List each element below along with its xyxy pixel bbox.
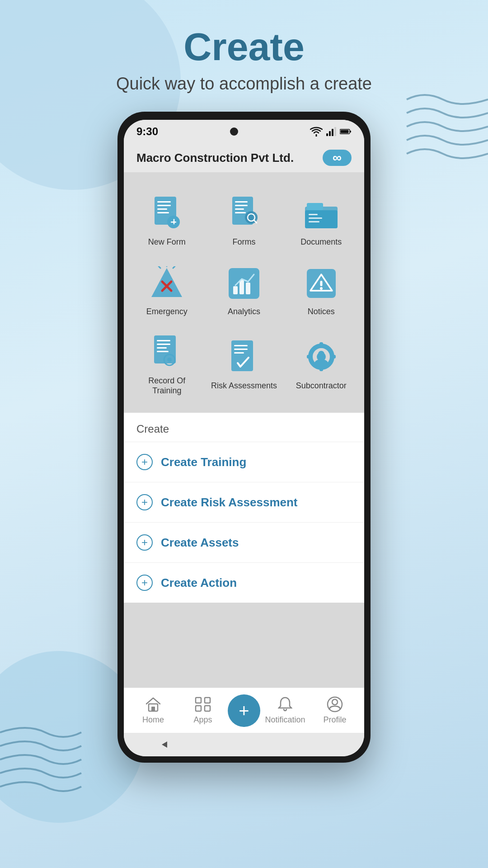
profile-icon [326, 696, 344, 712]
svg-rect-58 [319, 366, 323, 371]
plus-symbol: + [141, 457, 148, 467]
svg-rect-45 [157, 340, 170, 341]
nav-label-notification: Notification [265, 715, 305, 725]
svg-rect-59 [307, 355, 312, 359]
app-grid: New Form [124, 177, 364, 413]
grid-item-new-form[interactable]: New Form [128, 186, 206, 255]
svg-rect-54 [234, 352, 244, 354]
svg-rect-28 [309, 221, 319, 222]
svg-rect-11 [157, 212, 169, 213]
emergency-icon [149, 265, 185, 302]
svg-rect-44 [154, 335, 176, 363]
fab-plus-icon: + [239, 702, 249, 720]
svg-rect-27 [309, 217, 322, 219]
create-training-plus-icon: + [136, 454, 153, 470]
svg-rect-8 [157, 201, 171, 203]
plus-symbol-4: + [141, 577, 148, 588]
svg-rect-46 [157, 344, 170, 345]
svg-rect-2 [332, 129, 333, 136]
create-panel: Create + Create Training + Create Risk A… [124, 413, 364, 603]
create-risk-assessment-item[interactable]: + Create Risk Assessment [124, 482, 364, 523]
grid-item-risk-assessments[interactable]: Risk Assessments [206, 325, 283, 404]
svg-rect-52 [234, 345, 248, 346]
bg-lines-topright [389, 81, 488, 172]
create-action-item[interactable]: + Create Action [124, 563, 364, 603]
svg-line-34 [173, 266, 175, 268]
svg-marker-29 [151, 268, 182, 297]
svg-rect-42 [320, 281, 322, 286]
grid-item-forms[interactable]: Forms [206, 186, 283, 255]
create-risk-assessment-plus-icon: + [136, 494, 153, 510]
new-form-icon [149, 196, 185, 232]
svg-marker-70 [162, 741, 167, 748]
svg-rect-3 [334, 127, 336, 136]
android-back-button[interactable] [158, 738, 170, 751]
nav-item-profile[interactable]: Profile [310, 696, 360, 725]
notices-icon [303, 265, 339, 302]
grid-item-record-of-training[interactable]: Record Of Training [128, 325, 206, 404]
svg-point-43 [320, 287, 323, 290]
svg-rect-0 [326, 133, 328, 136]
svg-rect-24 [305, 210, 338, 228]
svg-rect-18 [235, 208, 244, 210]
grid-item-subcontractor[interactable]: Subcontractor [282, 325, 360, 404]
subcontractor-icon [303, 340, 339, 376]
svg-rect-6 [340, 130, 348, 133]
create-assets-item[interactable]: + Create Assets [124, 523, 364, 563]
svg-rect-38 [239, 280, 244, 294]
svg-rect-39 [246, 283, 250, 294]
infinity-logo-button[interactable]: ∞ [323, 150, 352, 166]
status-bar: 9:30 [124, 120, 364, 143]
signal-icon [326, 127, 336, 136]
grid-label-analytics: Analytics [228, 307, 260, 317]
forms-icon [226, 196, 262, 232]
grid-item-emergency[interactable]: Emergency [128, 255, 206, 325]
page-header: Create Quick way to accomplish a create [116, 27, 372, 94]
android-home-button[interactable] [238, 738, 250, 751]
risk-assessments-icon [226, 340, 262, 376]
create-risk-assessment-label: Create Risk Assessment [161, 495, 298, 509]
grid-item-notices[interactable]: Notices [282, 255, 360, 325]
record-of-training-icon [149, 335, 185, 371]
svg-rect-1 [329, 131, 331, 136]
svg-rect-5 [350, 131, 351, 132]
svg-rect-48 [157, 351, 169, 352]
grid-label-record-of-training: Record Of Training [133, 376, 201, 396]
svg-rect-10 [157, 208, 167, 210]
svg-rect-17 [235, 205, 248, 206]
app-header: Macro Construction Pvt Ltd. ∞ [124, 143, 364, 172]
svg-rect-65 [205, 698, 210, 703]
status-icons [310, 127, 352, 137]
android-recents-button[interactable] [318, 738, 330, 751]
create-panel-header: Create [124, 413, 364, 442]
grid-label-forms: Forms [232, 237, 255, 247]
create-training-label: Create Training [161, 455, 246, 469]
grid-label-new-form: New Form [148, 237, 186, 247]
create-assets-plus-icon: + [136, 534, 153, 551]
svg-rect-37 [233, 286, 238, 294]
plus-symbol-3: + [141, 537, 148, 548]
nav-item-home[interactable]: Home [128, 696, 178, 725]
grid-item-documents[interactable]: Documents [282, 186, 360, 255]
page-subtitle: Quick way to accomplish a create [116, 74, 372, 94]
create-training-item[interactable]: + Create Training [124, 442, 364, 482]
status-time: 9:30 [136, 125, 158, 138]
wifi-icon [310, 127, 323, 137]
nav-label-apps: Apps [193, 715, 212, 725]
analytics-icon [226, 265, 262, 302]
svg-rect-19 [235, 212, 246, 213]
grid-item-analytics[interactable]: Analytics [206, 255, 283, 325]
svg-rect-57 [319, 342, 323, 348]
plus-symbol-2: + [141, 497, 148, 508]
nav-item-apps[interactable]: Apps [178, 696, 228, 725]
svg-point-69 [332, 699, 338, 705]
svg-rect-9 [157, 205, 171, 206]
svg-rect-67 [205, 706, 210, 711]
nav-item-notification[interactable]: Notification [260, 696, 310, 725]
nav-fab-create[interactable]: + [228, 694, 260, 727]
documents-icon [303, 196, 339, 232]
grid-label-risk-assessments: Risk Assessments [211, 381, 277, 391]
nav-label-home: Home [142, 715, 164, 725]
bottom-nav: Home Apps + [124, 688, 364, 733]
home-icon [144, 696, 162, 712]
